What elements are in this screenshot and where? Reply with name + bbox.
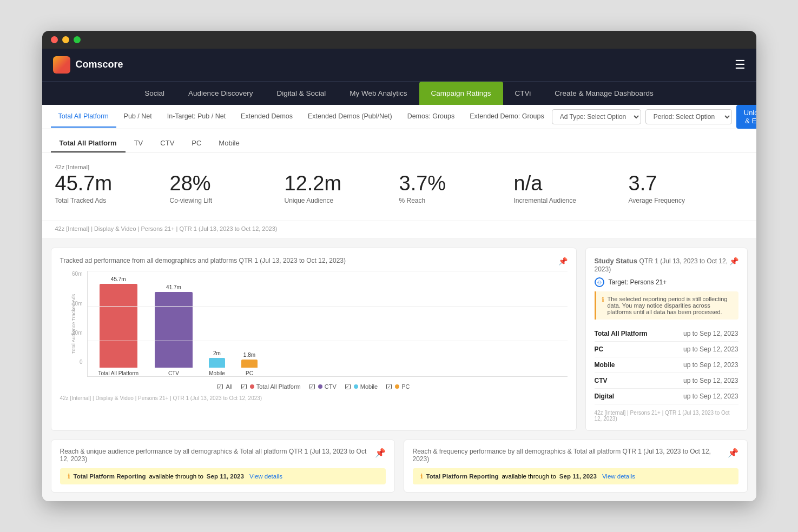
bar-label-ctv: CTV bbox=[168, 370, 179, 376]
info-text: The selected reporting period is still c… bbox=[608, 296, 733, 315]
tab-demos-groups[interactable]: Demos: Groups bbox=[400, 106, 463, 128]
legend-dot-total bbox=[250, 384, 254, 389]
study-row-total: Total All Platform up to Sep 12, 2023 bbox=[595, 326, 738, 342]
target-icon: ◎ bbox=[595, 277, 604, 287]
bar-rect-mobile bbox=[209, 358, 225, 368]
bottom-left-banner-text: Total Platform Reporting bbox=[74, 473, 146, 480]
subtab-ctv[interactable]: CTV bbox=[151, 135, 183, 152]
bar-ctv: 41.7m CTV bbox=[155, 284, 193, 376]
legend-check-ctv[interactable]: ✓ bbox=[309, 384, 315, 389]
metric-name-incremental: Incremental Audience bbox=[514, 197, 618, 204]
ad-type-select[interactable]: Ad Type: Select Option bbox=[552, 109, 641, 124]
study-pin[interactable]: 📌 bbox=[729, 257, 738, 265]
tab-total-all-platform[interactable]: Total All Platform bbox=[51, 106, 116, 128]
bar-chart-area: Total Audience Tracked Ads 60m 40m 20m 0 bbox=[60, 271, 568, 390]
metric-name-reach: % Reach bbox=[399, 197, 503, 204]
metric-name-unique: Unique Audience bbox=[285, 197, 388, 204]
metric-incremental: n/a Incremental Audience bbox=[514, 172, 629, 214]
bottom-right-view-details[interactable]: View details bbox=[602, 473, 635, 480]
legend-all[interactable]: ✓ All bbox=[217, 383, 233, 390]
study-platform-ctv: CTV bbox=[595, 373, 665, 389]
subtab-tv[interactable]: TV bbox=[126, 135, 152, 152]
metric-value-tracked-ads: 45.7m bbox=[55, 172, 159, 195]
legend-ctv[interactable]: ✓ CTV bbox=[309, 383, 337, 390]
target-row: ◎ Target: Persons 21+ bbox=[595, 277, 738, 287]
legend-check-all[interactable]: ✓ bbox=[217, 384, 223, 389]
metrics-internal-label: 42z [Internal] bbox=[55, 164, 743, 170]
legend-dot-mobile bbox=[354, 384, 358, 389]
logo: Comscore bbox=[53, 56, 123, 74]
study-row-digital: Digital up to Sep 12, 2023 bbox=[595, 389, 738, 404]
bar-chart-title: Tracked ad performance from all demograp… bbox=[60, 257, 568, 264]
legend-total-platform[interactable]: ✓ Total All Platform bbox=[241, 383, 301, 390]
subtab-pc[interactable]: PC bbox=[183, 135, 210, 152]
tab-controls: Ad Type: Select Option Period: Select Op… bbox=[552, 105, 756, 129]
bar-value-mobile: 2m bbox=[213, 350, 221, 356]
bottom-left-view-details[interactable]: View details bbox=[249, 473, 282, 480]
nav-ctvi[interactable]: CTVi bbox=[503, 82, 543, 105]
logo-icon bbox=[53, 56, 70, 74]
study-status-title: Study Status QTR 1 (Jul 13, 2023 to Oct … bbox=[595, 257, 738, 273]
close-button[interactable] bbox=[51, 36, 58, 43]
legend-check-pc[interactable]: ✓ bbox=[386, 384, 392, 389]
tab-extended-demos[interactable]: Extended Demos bbox=[233, 106, 300, 128]
metric-value-incremental: n/a bbox=[514, 172, 618, 195]
app-window: Comscore ☰ Social Audience Discovery Dig… bbox=[42, 31, 756, 502]
bar-rect-ctv bbox=[155, 292, 193, 368]
y-label-60: 60m bbox=[72, 271, 82, 277]
study-platform-pc: PC bbox=[595, 342, 665, 357]
period-select[interactable]: Period: Select Option bbox=[645, 109, 732, 124]
bar-value-pc: 1.8m bbox=[243, 352, 255, 358]
main-nav: Social Audience Discovery Digital & Soci… bbox=[42, 81, 756, 105]
bottom-right-title: Reach & frequency performance by all dem… bbox=[413, 448, 738, 463]
legend-check-mobile[interactable]: ✓ bbox=[345, 384, 351, 389]
bottom-left-title: Reach & unique audience performance by a… bbox=[60, 448, 386, 463]
window-buttons bbox=[51, 36, 81, 43]
legend-dot-pc bbox=[395, 384, 399, 389]
unlock-edit-button[interactable]: Unlock & Edit bbox=[736, 105, 756, 129]
bar-label-pc: PC bbox=[246, 370, 253, 376]
metric-value-coviewing: 28% bbox=[170, 172, 274, 195]
nav-create-dashboards[interactable]: Create & Manage Dashboards bbox=[543, 82, 665, 105]
metric-unique-audience: 12.2m Unique Audience bbox=[285, 172, 399, 214]
bottom-left-available: available through to bbox=[149, 473, 203, 480]
subtab-total-all-platform[interactable]: Total All Platform bbox=[51, 135, 126, 152]
bottom-left-pin[interactable]: 📌 bbox=[375, 448, 386, 458]
nav-audience-discovery[interactable]: Audience Discovery bbox=[176, 82, 265, 105]
study-platform-total: Total All Platform bbox=[595, 326, 665, 342]
chart-pin-bar[interactable]: 📌 bbox=[558, 257, 568, 265]
bar-label-platform: Total All Platform bbox=[98, 370, 139, 376]
study-table: Total All Platform up to Sep 12, 2023 PC… bbox=[595, 326, 738, 404]
tab-extended-demos-publ[interactable]: Extended Demos (Publ/Net) bbox=[300, 106, 400, 128]
bar-mobile: 2m Mobile bbox=[209, 350, 225, 376]
subtab-mobile[interactable]: Mobile bbox=[210, 135, 248, 152]
bottom-right-pin[interactable]: 📌 bbox=[728, 448, 738, 458]
nav-campaign-ratings[interactable]: Campaign Ratings bbox=[419, 82, 503, 105]
study-row-pc: PC up to Sep 12, 2023 bbox=[595, 342, 738, 357]
study-platform-digital: Digital bbox=[595, 389, 665, 404]
study-date-ctv: up to Sep 12, 2023 bbox=[665, 373, 738, 389]
bar-label-mobile: Mobile bbox=[209, 370, 225, 376]
legend-check-total[interactable]: ✓ bbox=[241, 384, 247, 389]
window-chrome bbox=[42, 31, 756, 49]
study-source: 42z [Internal] | Persons 21+ | QTR 1 (Ju… bbox=[595, 410, 738, 422]
topbar: Comscore ☰ bbox=[42, 49, 756, 81]
nav-web-analytics[interactable]: My Web Analytics bbox=[338, 82, 419, 105]
minimize-button[interactable] bbox=[62, 36, 69, 43]
tab-in-target[interactable]: In-Target: Pub / Net bbox=[160, 106, 233, 128]
maximize-button[interactable] bbox=[74, 36, 81, 43]
nav-digital-social[interactable]: Digital & Social bbox=[265, 82, 338, 105]
legend-mobile[interactable]: ✓ Mobile bbox=[345, 383, 378, 390]
hamburger-menu[interactable]: ☰ bbox=[735, 58, 746, 72]
bottom-right-banner-date: Sep 11, 2023 bbox=[559, 473, 597, 480]
nav-social[interactable]: Social bbox=[133, 82, 176, 105]
metric-value-frequency: 3.7 bbox=[629, 172, 733, 195]
bar-value-ctv: 41.7m bbox=[166, 284, 181, 290]
tab-pub-net[interactable]: Pub / Net bbox=[116, 106, 160, 128]
metrics-grid: 45.7m Total Tracked Ads 28% Co-viewing L… bbox=[55, 172, 743, 214]
study-date-pc: up to Sep 12, 2023 bbox=[665, 342, 738, 357]
tab-extended-demo-groups[interactable]: Extended Demo: Groups bbox=[462, 106, 552, 128]
bottom-left-info-icon: ℹ bbox=[68, 473, 70, 480]
legend-pc[interactable]: ✓ PC bbox=[386, 383, 410, 390]
bottom-right-info-icon: ℹ bbox=[420, 473, 423, 480]
